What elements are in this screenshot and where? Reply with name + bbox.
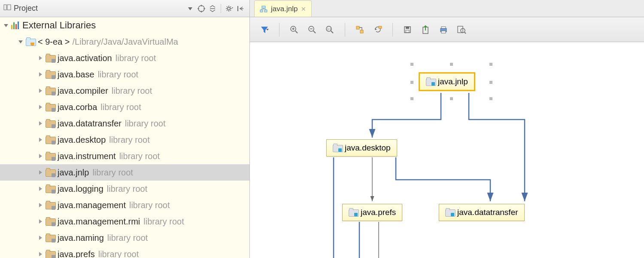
svg-rect-36 <box>356 26 359 29</box>
module-name: java.instrument <box>58 151 116 161</box>
editor-tab-bar: java.jnlp ✕ <box>250 0 644 17</box>
layout-icon[interactable] <box>352 22 368 37</box>
export-icon[interactable] <box>418 22 433 37</box>
hide-panel-icon[interactable] <box>235 3 246 14</box>
chevron-right-icon[interactable] <box>37 234 44 241</box>
tree-item[interactable]: java.datatransferlibrary root <box>0 115 249 132</box>
svg-line-13 <box>227 6 228 7</box>
tree-item[interactable]: java.prefslibrary root <box>0 246 249 258</box>
diagram-node-java-jnlp[interactable]: java.jnlp <box>419 73 474 90</box>
zoom-in-icon[interactable] <box>286 22 302 37</box>
svg-rect-46 <box>458 26 463 33</box>
chevron-right-icon[interactable] <box>37 55 44 61</box>
refresh-icon[interactable] <box>370 22 386 37</box>
tree-item[interactable]: java.corbalibrary root <box>0 99 249 115</box>
svg-rect-19 <box>262 6 265 8</box>
resize-handle[interactable] <box>489 97 492 100</box>
module-folder-icon <box>349 209 358 216</box>
module-folder-icon <box>426 78 435 86</box>
tree-item[interactable]: java.logginglibrary root <box>0 181 249 197</box>
zoom-actual-icon[interactable]: 1:1 <box>322 22 338 37</box>
chevron-down-icon[interactable] <box>3 22 9 29</box>
project-title: Project <box>14 4 38 13</box>
library-folder-icon <box>46 120 55 127</box>
library-folder-icon <box>46 136 55 144</box>
sdk-name: < 9-ea > <box>38 37 70 47</box>
chevron-right-icon[interactable] <box>37 185 44 192</box>
library-root-label: library root <box>107 233 148 243</box>
tree-item[interactable]: java.desktoplibrary root <box>0 132 249 148</box>
svg-rect-1 <box>7 5 11 10</box>
print-icon[interactable] <box>436 22 451 37</box>
diagram-toolbar: 1:1 <box>250 17 644 42</box>
editor-area: java.jnlp ✕ 1:1 <box>250 0 644 258</box>
locate-icon[interactable] <box>196 3 207 14</box>
svg-rect-44 <box>441 27 446 28</box>
zoom-out-icon[interactable] <box>304 22 320 37</box>
chevron-right-icon[interactable] <box>37 218 44 225</box>
tree-item[interactable]: java.baselibrary root <box>0 66 249 83</box>
close-icon[interactable]: ✕ <box>301 6 306 12</box>
resize-handle[interactable] <box>489 63 492 66</box>
svg-line-27 <box>295 31 298 33</box>
diagram-canvas[interactable]: java.jnlp java.desktop java.prefs java.d… <box>250 42 644 258</box>
diagram-node-java-datatransfer[interactable]: java.datatransfer <box>439 204 525 221</box>
resize-handle[interactable] <box>450 97 453 100</box>
filter-icon[interactable] <box>257 22 272 37</box>
chevron-right-icon[interactable] <box>37 136 44 143</box>
resize-handle[interactable] <box>410 81 413 84</box>
node-label: java.datatransfer <box>457 208 518 217</box>
resize-handle[interactable] <box>410 97 413 100</box>
node-label: java.prefs <box>361 208 396 217</box>
chevron-right-icon[interactable] <box>37 120 44 127</box>
editor-tab-java-jnlp[interactable]: java.jnlp ✕ <box>254 0 312 17</box>
svg-rect-21 <box>264 10 267 12</box>
project-header: Project <box>0 0 249 17</box>
tree-sdk-node[interactable]: < 9-ea > /Library/Java/JavaVirtualMa <box>0 34 249 50</box>
tree-item[interactable]: java.management.rmilibrary root <box>0 213 249 230</box>
library-folder-icon <box>46 152 55 160</box>
tree-item[interactable]: java.activationlibrary root <box>0 50 249 66</box>
svg-line-14 <box>230 10 231 11</box>
resize-handle[interactable] <box>450 63 453 66</box>
node-label: java.jnlp <box>438 77 468 86</box>
external-libraries-label: External Libraries <box>22 20 96 31</box>
diagram-node-java-desktop[interactable]: java.desktop <box>326 139 397 157</box>
svg-rect-40 <box>406 27 409 29</box>
library-root-label: library root <box>98 249 139 258</box>
library-root-label: library root <box>125 119 165 129</box>
library-root-label: library root <box>92 168 133 178</box>
settings-gear-icon[interactable] <box>224 3 235 14</box>
chevron-right-icon[interactable] <box>37 251 44 258</box>
resize-handle[interactable] <box>410 63 413 66</box>
svg-rect-38 <box>379 26 382 28</box>
tree-root-external-libraries[interactable]: External Libraries <box>0 17 249 34</box>
tree-item[interactable]: java.instrumentlibrary root <box>0 148 249 164</box>
library-folder-icon <box>46 54 55 62</box>
chevron-right-icon[interactable] <box>37 202 44 209</box>
chevron-right-icon[interactable] <box>37 71 44 78</box>
chevron-right-icon[interactable] <box>37 87 44 94</box>
chevron-right-icon[interactable] <box>37 153 44 160</box>
library-folder-icon <box>46 250 55 258</box>
diagram-node-java-prefs[interactable]: java.prefs <box>342 204 402 221</box>
tree-item[interactable]: java.jnlplibrary root <box>0 164 249 181</box>
library-root-label: library root <box>119 151 160 161</box>
save-icon[interactable] <box>400 22 415 37</box>
svg-line-31 <box>313 31 316 33</box>
resize-handle[interactable] <box>489 81 492 84</box>
library-folder-icon <box>46 71 55 78</box>
tree-item[interactable]: java.managementlibrary root <box>0 197 249 213</box>
svg-point-2 <box>198 6 204 12</box>
chevron-down-icon[interactable] <box>17 38 24 45</box>
tree-item[interactable]: java.compilerlibrary root <box>0 83 249 99</box>
preview-icon[interactable] <box>454 22 469 37</box>
tree-item[interactable]: java.naminglibrary root <box>0 230 249 246</box>
chevron-right-icon[interactable] <box>37 104 44 111</box>
chevron-right-icon[interactable] <box>37 169 44 176</box>
view-mode-dropdown-icon[interactable] <box>185 3 196 14</box>
module-name: java.management.rmi <box>58 217 140 227</box>
project-tree[interactable]: External Libraries < 9-ea > /Library/Jav… <box>0 17 249 258</box>
svg-line-48 <box>465 32 466 34</box>
collapse-all-icon[interactable] <box>207 3 218 14</box>
